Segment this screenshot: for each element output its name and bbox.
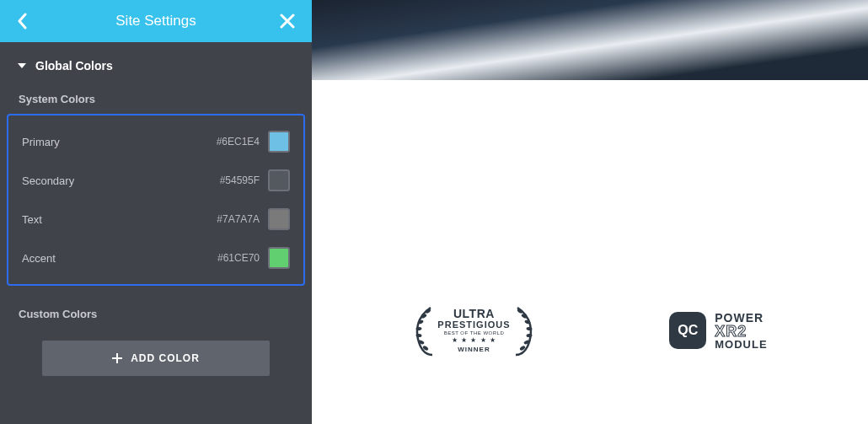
custom-colors-heading: Custom Colors: [0, 296, 312, 329]
product-line3: MODULE: [715, 339, 767, 350]
hero-image: [312, 0, 868, 80]
color-hex: #7A7A7A: [217, 213, 260, 225]
color-swatch[interactable]: [268, 131, 290, 153]
editor-canvas[interactable]: ULTRA PRESTIGIOUS BEST OF THE WORLD ★ ★ …: [312, 0, 868, 424]
color-hex: #6EC1E4: [217, 136, 260, 148]
award-line3: BEST OF THE WORLD: [437, 330, 510, 335]
caret-down-icon: [17, 62, 27, 70]
color-hex: #61CE70: [217, 252, 260, 264]
award-text: ULTRA PRESTIGIOUS BEST OF THE WORLD ★ ★ …: [437, 308, 510, 353]
color-row-text[interactable]: Text #7A7A7A: [15, 200, 297, 239]
color-row-primary[interactable]: Primary #6EC1E4: [15, 122, 297, 161]
add-color-button[interactable]: ADD COLOR: [42, 341, 270, 376]
product-line2: XR2: [715, 324, 767, 339]
chevron-left-icon: [17, 13, 29, 30]
color-name: Secondary: [22, 174, 74, 187]
color-name: Text: [22, 213, 42, 226]
product-badge: QC POWER XR2 MODULE: [669, 312, 767, 350]
laurel-right-icon: [514, 304, 536, 357]
product-line1: POWER: [715, 312, 767, 324]
color-hex: #54595F: [220, 174, 260, 186]
system-colors-group: Primary #6EC1E4 Secondary #54595F Text #…: [7, 114, 305, 286]
color-name: Accent: [22, 252, 56, 265]
award-line4: WINNER: [437, 346, 510, 353]
panel-title: Site Settings: [115, 13, 196, 30]
color-row-accent[interactable]: Accent #61CE70: [15, 239, 297, 277]
qc-icon: QC: [669, 312, 706, 349]
add-color-label: ADD COLOR: [131, 352, 200, 364]
plus-icon: [112, 353, 122, 363]
laurel-left-icon: [412, 304, 434, 357]
section-global-colors[interactable]: Global Colors: [0, 42, 312, 81]
sidebar-header: Site Settings: [0, 0, 312, 42]
award-line1: ULTRA: [437, 308, 510, 320]
back-button[interactable]: [17, 13, 37, 30]
color-swatch[interactable]: [268, 247, 290, 269]
section-title: Global Colors: [35, 59, 113, 72]
color-swatch[interactable]: [268, 169, 290, 191]
color-name: Primary: [22, 136, 60, 148]
product-text: POWER XR2 MODULE: [715, 312, 767, 350]
award-stars: ★ ★ ★ ★ ★: [437, 337, 510, 344]
color-row-secondary[interactable]: Secondary #54595F: [15, 161, 297, 200]
award-line2: PRESTIGIOUS: [437, 320, 510, 330]
close-button[interactable]: [275, 13, 295, 29]
settings-sidebar: Site Settings Global Colors System Color…: [0, 0, 312, 424]
close-icon: [280, 13, 295, 29]
award-badge: ULTRA PRESTIGIOUS BEST OF THE WORLD ★ ★ …: [412, 304, 535, 357]
system-colors-heading: System Colors: [0, 81, 312, 114]
badge-row: ULTRA PRESTIGIOUS BEST OF THE WORLD ★ ★ …: [312, 304, 868, 357]
color-swatch[interactable]: [268, 208, 290, 230]
